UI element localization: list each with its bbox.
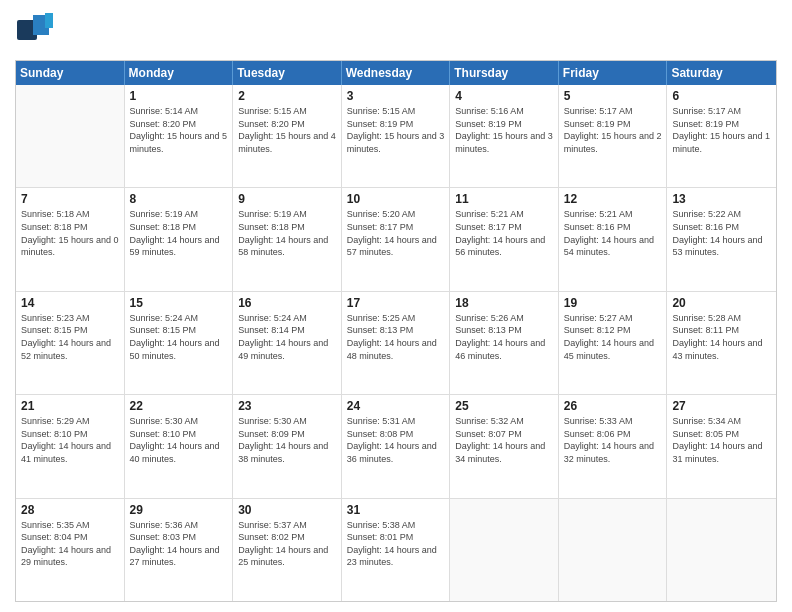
logo — [15, 10, 57, 52]
calendar-day-18: 18Sunrise: 5:26 AMSunset: 8:13 PMDayligh… — [450, 292, 559, 394]
calendar-day-27: 27Sunrise: 5:34 AMSunset: 8:05 PMDayligh… — [667, 395, 776, 497]
day-number: 16 — [238, 296, 336, 310]
day-number: 10 — [347, 192, 445, 206]
day-number: 9 — [238, 192, 336, 206]
day-number: 7 — [21, 192, 119, 206]
header-day-monday: Monday — [125, 61, 234, 85]
calendar-day-10: 10Sunrise: 5:20 AMSunset: 8:17 PMDayligh… — [342, 188, 451, 290]
svg-marker-2 — [45, 13, 53, 28]
day-info: Sunrise: 5:31 AMSunset: 8:08 PMDaylight:… — [347, 415, 445, 465]
calendar-day-17: 17Sunrise: 5:25 AMSunset: 8:13 PMDayligh… — [342, 292, 451, 394]
day-info: Sunrise: 5:20 AMSunset: 8:17 PMDaylight:… — [347, 208, 445, 258]
day-number: 18 — [455, 296, 553, 310]
day-number: 28 — [21, 503, 119, 517]
calendar-week-2: 7Sunrise: 5:18 AMSunset: 8:18 PMDaylight… — [16, 188, 776, 291]
day-info: Sunrise: 5:15 AMSunset: 8:19 PMDaylight:… — [347, 105, 445, 155]
day-number: 29 — [130, 503, 228, 517]
day-info: Sunrise: 5:24 AMSunset: 8:15 PMDaylight:… — [130, 312, 228, 362]
calendar-day-25: 25Sunrise: 5:32 AMSunset: 8:07 PMDayligh… — [450, 395, 559, 497]
calendar-day-22: 22Sunrise: 5:30 AMSunset: 8:10 PMDayligh… — [125, 395, 234, 497]
day-info: Sunrise: 5:15 AMSunset: 8:20 PMDaylight:… — [238, 105, 336, 155]
calendar-empty-cell — [667, 499, 776, 601]
calendar-header: SundayMondayTuesdayWednesdayThursdayFrid… — [16, 61, 776, 85]
calendar: SundayMondayTuesdayWednesdayThursdayFrid… — [15, 60, 777, 602]
calendar-day-21: 21Sunrise: 5:29 AMSunset: 8:10 PMDayligh… — [16, 395, 125, 497]
day-number: 20 — [672, 296, 771, 310]
calendar-day-24: 24Sunrise: 5:31 AMSunset: 8:08 PMDayligh… — [342, 395, 451, 497]
day-info: Sunrise: 5:21 AMSunset: 8:16 PMDaylight:… — [564, 208, 662, 258]
day-info: Sunrise: 5:22 AMSunset: 8:16 PMDaylight:… — [672, 208, 771, 258]
day-info: Sunrise: 5:14 AMSunset: 8:20 PMDaylight:… — [130, 105, 228, 155]
page-header — [15, 10, 777, 52]
calendar-day-15: 15Sunrise: 5:24 AMSunset: 8:15 PMDayligh… — [125, 292, 234, 394]
calendar-empty-cell — [16, 85, 125, 187]
day-info: Sunrise: 5:37 AMSunset: 8:02 PMDaylight:… — [238, 519, 336, 569]
header-day-saturday: Saturday — [667, 61, 776, 85]
day-number: 11 — [455, 192, 553, 206]
day-number: 2 — [238, 89, 336, 103]
calendar-day-6: 6Sunrise: 5:17 AMSunset: 8:19 PMDaylight… — [667, 85, 776, 187]
header-day-thursday: Thursday — [450, 61, 559, 85]
calendar-week-3: 14Sunrise: 5:23 AMSunset: 8:15 PMDayligh… — [16, 292, 776, 395]
day-info: Sunrise: 5:26 AMSunset: 8:13 PMDaylight:… — [455, 312, 553, 362]
day-info: Sunrise: 5:29 AMSunset: 8:10 PMDaylight:… — [21, 415, 119, 465]
calendar-day-3: 3Sunrise: 5:15 AMSunset: 8:19 PMDaylight… — [342, 85, 451, 187]
calendar-day-9: 9Sunrise: 5:19 AMSunset: 8:18 PMDaylight… — [233, 188, 342, 290]
header-day-wednesday: Wednesday — [342, 61, 451, 85]
day-info: Sunrise: 5:36 AMSunset: 8:03 PMDaylight:… — [130, 519, 228, 569]
day-info: Sunrise: 5:18 AMSunset: 8:18 PMDaylight:… — [21, 208, 119, 258]
calendar-day-23: 23Sunrise: 5:30 AMSunset: 8:09 PMDayligh… — [233, 395, 342, 497]
calendar-day-8: 8Sunrise: 5:19 AMSunset: 8:18 PMDaylight… — [125, 188, 234, 290]
calendar-day-14: 14Sunrise: 5:23 AMSunset: 8:15 PMDayligh… — [16, 292, 125, 394]
day-number: 1 — [130, 89, 228, 103]
day-number: 21 — [21, 399, 119, 413]
day-number: 5 — [564, 89, 662, 103]
day-info: Sunrise: 5:38 AMSunset: 8:01 PMDaylight:… — [347, 519, 445, 569]
day-info: Sunrise: 5:17 AMSunset: 8:19 PMDaylight:… — [564, 105, 662, 155]
day-number: 22 — [130, 399, 228, 413]
day-info: Sunrise: 5:30 AMSunset: 8:10 PMDaylight:… — [130, 415, 228, 465]
calendar-body: 1Sunrise: 5:14 AMSunset: 8:20 PMDaylight… — [16, 85, 776, 601]
day-number: 26 — [564, 399, 662, 413]
header-day-tuesday: Tuesday — [233, 61, 342, 85]
day-number: 30 — [238, 503, 336, 517]
day-info: Sunrise: 5:19 AMSunset: 8:18 PMDaylight:… — [238, 208, 336, 258]
day-number: 12 — [564, 192, 662, 206]
calendar-day-16: 16Sunrise: 5:24 AMSunset: 8:14 PMDayligh… — [233, 292, 342, 394]
day-number: 3 — [347, 89, 445, 103]
calendar-day-26: 26Sunrise: 5:33 AMSunset: 8:06 PMDayligh… — [559, 395, 668, 497]
day-info: Sunrise: 5:27 AMSunset: 8:12 PMDaylight:… — [564, 312, 662, 362]
day-number: 4 — [455, 89, 553, 103]
calendar-day-4: 4Sunrise: 5:16 AMSunset: 8:19 PMDaylight… — [450, 85, 559, 187]
calendar-day-19: 19Sunrise: 5:27 AMSunset: 8:12 PMDayligh… — [559, 292, 668, 394]
day-number: 24 — [347, 399, 445, 413]
calendar-day-28: 28Sunrise: 5:35 AMSunset: 8:04 PMDayligh… — [16, 499, 125, 601]
calendar-day-29: 29Sunrise: 5:36 AMSunset: 8:03 PMDayligh… — [125, 499, 234, 601]
day-number: 25 — [455, 399, 553, 413]
day-number: 27 — [672, 399, 771, 413]
calendar-day-20: 20Sunrise: 5:28 AMSunset: 8:11 PMDayligh… — [667, 292, 776, 394]
day-info: Sunrise: 5:24 AMSunset: 8:14 PMDaylight:… — [238, 312, 336, 362]
day-number: 13 — [672, 192, 771, 206]
header-day-sunday: Sunday — [16, 61, 125, 85]
calendar-day-7: 7Sunrise: 5:18 AMSunset: 8:18 PMDaylight… — [16, 188, 125, 290]
calendar-day-13: 13Sunrise: 5:22 AMSunset: 8:16 PMDayligh… — [667, 188, 776, 290]
day-info: Sunrise: 5:21 AMSunset: 8:17 PMDaylight:… — [455, 208, 553, 258]
day-info: Sunrise: 5:23 AMSunset: 8:15 PMDaylight:… — [21, 312, 119, 362]
day-number: 15 — [130, 296, 228, 310]
calendar-day-2: 2Sunrise: 5:15 AMSunset: 8:20 PMDaylight… — [233, 85, 342, 187]
calendar-week-1: 1Sunrise: 5:14 AMSunset: 8:20 PMDaylight… — [16, 85, 776, 188]
calendar-week-5: 28Sunrise: 5:35 AMSunset: 8:04 PMDayligh… — [16, 499, 776, 601]
day-number: 14 — [21, 296, 119, 310]
calendar-empty-cell — [450, 499, 559, 601]
day-number: 8 — [130, 192, 228, 206]
day-info: Sunrise: 5:28 AMSunset: 8:11 PMDaylight:… — [672, 312, 771, 362]
calendar-day-31: 31Sunrise: 5:38 AMSunset: 8:01 PMDayligh… — [342, 499, 451, 601]
calendar-day-12: 12Sunrise: 5:21 AMSunset: 8:16 PMDayligh… — [559, 188, 668, 290]
calendar-week-4: 21Sunrise: 5:29 AMSunset: 8:10 PMDayligh… — [16, 395, 776, 498]
day-number: 6 — [672, 89, 771, 103]
day-info: Sunrise: 5:16 AMSunset: 8:19 PMDaylight:… — [455, 105, 553, 155]
day-number: 23 — [238, 399, 336, 413]
calendar-empty-cell — [559, 499, 668, 601]
day-number: 31 — [347, 503, 445, 517]
